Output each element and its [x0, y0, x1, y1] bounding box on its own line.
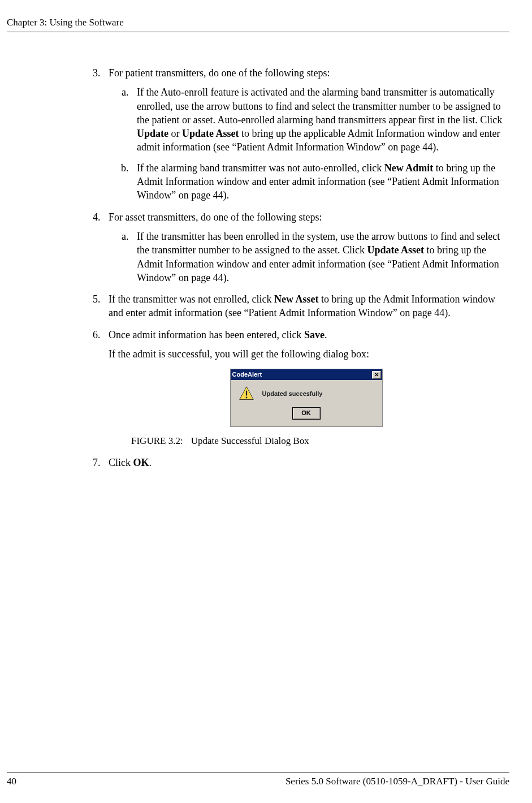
ok-button[interactable]: OK [292, 407, 321, 420]
step-3b: If the alarming band transmitter was not… [131, 161, 504, 202]
page-footer: 40 Series 5.0 Software (0510-1059-A_DRAF… [7, 772, 509, 787]
warning-icon [239, 386, 254, 402]
bold-update-asset-2: Update Asset [367, 244, 424, 256]
dialog-message: Updated succesfully [262, 390, 323, 398]
step-3a: If the Auto-enroll feature is activated … [131, 85, 504, 154]
header-rule [7, 32, 509, 32]
step-6: Once admit information has been entered,… [103, 328, 504, 448]
footer-rule [7, 772, 509, 772]
footer-guide: Series 5.0 Software (0510-1059-A_DRAFT) … [286, 776, 509, 787]
bold-update-asset: Update Asset [182, 128, 239, 139]
figure-caption-text: Update Successful Dialog Box [191, 435, 309, 446]
bold-ok: OK [133, 457, 149, 468]
dialog-titlebar: CodeAlert ✕ [231, 369, 382, 380]
step-4: For asset transmitters, do one of the fo… [103, 210, 504, 284]
figure-caption: FIGURE 3.2:Update Successful Dialog Box [131, 435, 504, 448]
page-number: 40 [7, 776, 16, 787]
dialog-figure: CodeAlert ✕ [109, 369, 504, 427]
svg-rect-1 [245, 391, 246, 396]
step-5: If the transmitter was not enrolled, cli… [103, 292, 504, 320]
step-7: Click OK. [103, 456, 504, 469]
step-3-text: For patient transmitters, do one of the … [109, 67, 330, 79]
bold-update: Update [137, 128, 168, 139]
chapter-header: Chapter 3: Using the Software [7, 17, 509, 28]
dialog-title: CodeAlert [232, 370, 262, 379]
step-4-text: For asset transmitters, do one of the fo… [109, 211, 322, 223]
step-3: For patient transmitters, do one of the … [103, 66, 504, 202]
close-icon[interactable]: ✕ [372, 371, 381, 379]
bold-new-asset: New Asset [274, 293, 319, 305]
dialog-box: CodeAlert ✕ [230, 369, 383, 427]
svg-point-2 [245, 397, 247, 399]
figure-label: FIGURE 3.2: [131, 435, 183, 446]
bold-new-admit: New Admit [384, 162, 434, 174]
bold-save: Save [304, 329, 325, 340]
step-6-follow: If the admit is successful, you will get… [109, 347, 504, 361]
step-4a: If the transmitter has been enrolled in … [131, 230, 504, 284]
body-content: For patient transmitters, do one of the … [80, 66, 504, 470]
